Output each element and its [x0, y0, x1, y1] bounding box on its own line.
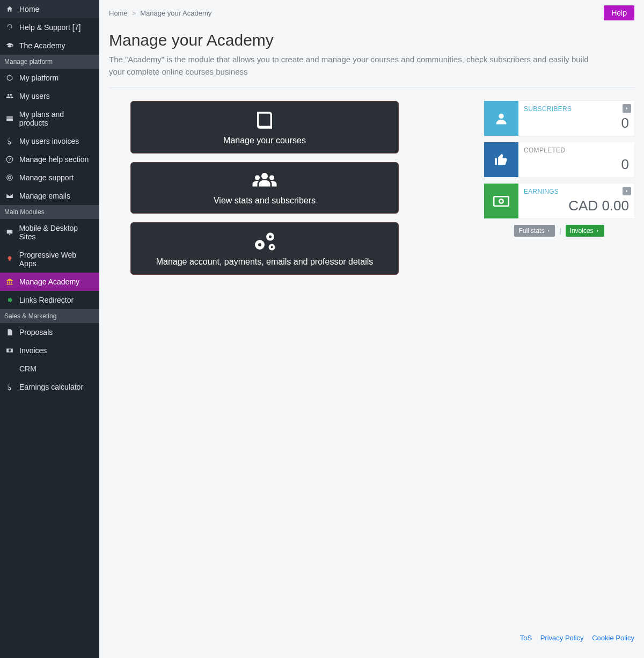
sidebar-item-my-users[interactable]: My users: [0, 87, 99, 105]
svg-point-5: [255, 176, 260, 180]
main-content: Home > Manage your Academy Help Manage y…: [99, 0, 644, 658]
card-view-stats[interactable]: View stats and subscribers: [130, 162, 399, 214]
sidebar-item-manage-support[interactable]: Manage support: [0, 169, 99, 187]
card-label: View stats and subscribers: [142, 196, 387, 206]
sidebar-item-links-redirector[interactable]: Links Redirector: [0, 291, 99, 309]
card-manage-account[interactable]: Manage account, payments, emails and pro…: [130, 222, 399, 275]
dollar-icon: [5, 137, 14, 145]
sidebar-item-manage-academy[interactable]: Manage Academy: [0, 273, 99, 291]
sidebar-item-label: Manage help section: [19, 155, 89, 164]
footer-privacy[interactable]: Privacy Policy: [540, 634, 584, 642]
footer-cookie[interactable]: Cookie Policy: [592, 634, 634, 642]
stat-value: 0: [524, 115, 629, 131]
chip-separator: |: [559, 227, 561, 235]
sidebar-item-label: Proposals: [19, 328, 53, 337]
graduation-icon: [5, 42, 14, 49]
sidebar-item-label: My plans and products: [19, 110, 94, 127]
topbar: Home > Manage your Academy Help: [109, 5, 634, 20]
chip-label: Invoices: [570, 227, 594, 235]
sidebar-item-home[interactable]: Home: [0, 0, 99, 18]
question-circle-icon: ?: [5, 156, 14, 163]
document-icon: [5, 328, 14, 336]
sidebar-item-label: Home: [19, 5, 39, 13]
footer-tos[interactable]: ToS: [520, 634, 532, 642]
sidebar-item-label: Links Redirector: [19, 296, 74, 304]
sidebar-item-label: Manage support: [19, 173, 74, 182]
sidebar: Home Help & Support [7] The Academy Mana…: [0, 0, 99, 658]
bank-icon: [5, 278, 14, 286]
card-icon: [5, 115, 14, 122]
users-icon: [5, 92, 14, 100]
home-icon: [5, 5, 14, 13]
group-icon: [142, 170, 387, 192]
sidebar-item-label: My platform: [19, 74, 58, 82]
sidebar-item-manage-emails[interactable]: Manage emails: [0, 187, 99, 205]
sidebar-item-manage-help[interactable]: ? Manage help section: [0, 150, 99, 169]
sidebar-item-invoices[interactable]: Invoices: [0, 341, 99, 360]
chevron-right-icon: [596, 229, 600, 233]
sidebar-section-main-modules: Main Modules: [0, 205, 99, 219]
stat-label: SUBSCRIBERS: [524, 105, 629, 113]
dollar-icon: [5, 383, 14, 391]
svg-rect-14: [494, 196, 509, 206]
sidebar-item-label: My users: [19, 92, 50, 100]
page-title: Manage your Academy: [109, 31, 634, 49]
chip-label: Full stats: [518, 227, 544, 235]
svg-point-8: [258, 243, 261, 246]
sidebar-item-label: Mobile & Desktop Sites: [19, 224, 94, 241]
lifebuoy-icon: [5, 174, 14, 181]
sidebar-section-manage-platform: Manage platform: [0, 55, 99, 69]
full-stats-chip[interactable]: Full stats: [514, 225, 555, 237]
book-icon: [142, 109, 387, 131]
chip-row: Full stats | Invoices: [484, 225, 634, 237]
share-icon: [5, 296, 14, 304]
sidebar-item-help-support[interactable]: Help & Support [7]: [0, 18, 99, 36]
sidebar-item-label: The Academy: [19, 41, 65, 50]
card-label: Manage account, payments, emails and pro…: [142, 257, 387, 267]
svg-point-10: [269, 235, 272, 238]
stats-column: SUBSCRIBERS 0 COMPLETED 0: [484, 101, 634, 237]
svg-point-4: [261, 173, 268, 179]
sidebar-item-proposals[interactable]: Proposals: [0, 323, 99, 341]
breadcrumb-home[interactable]: Home: [109, 9, 128, 17]
chevron-right-icon[interactable]: [623, 104, 631, 113]
svg-point-3: [9, 177, 11, 179]
rocket-icon: [5, 255, 14, 263]
sidebar-item-label: Manage Academy: [19, 277, 79, 286]
sidebar-section-sales-marketing: Sales & Marketing: [0, 309, 99, 323]
card-manage-courses[interactable]: Manage your courses: [130, 101, 399, 153]
sidebar-item-the-academy[interactable]: The Academy: [0, 36, 99, 55]
svg-point-6: [269, 176, 274, 180]
sidebar-item-mobile-desktop[interactable]: Mobile & Desktop Sites: [0, 219, 99, 246]
stat-earnings[interactable]: EARNINGS CAD 0.00: [484, 184, 634, 218]
stat-value: 0: [524, 156, 629, 173]
breadcrumb-sep: >: [132, 9, 136, 17]
sidebar-item-my-plans[interactable]: My plans and products: [0, 105, 99, 132]
invoices-chip[interactable]: Invoices: [566, 225, 604, 237]
svg-point-2: [7, 175, 13, 181]
thumbs-up-icon: [484, 142, 518, 177]
sidebar-item-label: Invoices: [19, 346, 47, 355]
sidebar-item-label: CRM: [19, 364, 36, 373]
stat-value: CAD 0.00: [524, 198, 629, 214]
sidebar-item-label: Help & Support [7]: [19, 23, 80, 32]
sidebar-item-earnings-calc[interactable]: Earnings calculator: [0, 378, 99, 396]
sidebar-item-label: Manage emails: [19, 192, 70, 200]
sidebar-item-my-users-invoices[interactable]: My users invoices: [0, 132, 99, 150]
help-button[interactable]: Help: [604, 5, 634, 20]
sidebar-item-crm[interactable]: CRM: [0, 360, 99, 378]
sidebar-item-label: Earnings calculator: [19, 383, 83, 391]
sidebar-item-pwa[interactable]: Progressive Web Apps: [0, 246, 99, 273]
user-icon: [484, 101, 518, 136]
sidebar-item-my-platform[interactable]: My platform: [0, 69, 99, 87]
sidebar-item-label: Progressive Web Apps: [19, 251, 94, 268]
stat-completed[interactable]: COMPLETED 0: [484, 142, 634, 177]
breadcrumb: Home > Manage your Academy: [109, 9, 211, 17]
chevron-right-icon[interactable]: [623, 187, 631, 195]
stat-subscribers[interactable]: SUBSCRIBERS 0: [484, 101, 634, 136]
page-description: The "Academy" is the module that allows …: [109, 54, 592, 78]
sidebar-item-label: My users invoices: [19, 137, 79, 145]
stat-label: COMPLETED: [524, 147, 629, 154]
divider: [109, 87, 634, 88]
svg-point-15: [499, 199, 503, 203]
